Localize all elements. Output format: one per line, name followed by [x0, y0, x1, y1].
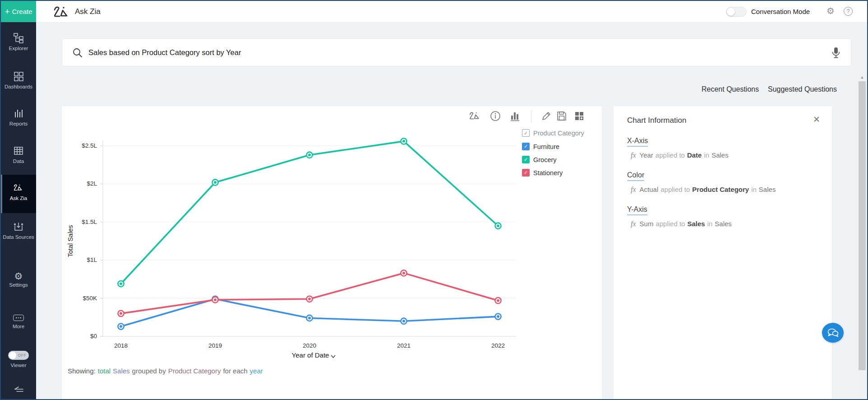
panel-section-heading[interactable]: Color: [627, 171, 644, 181]
conversation-mode-toggle[interactable]: [726, 7, 747, 17]
panel-section-heading[interactable]: Y-Axis: [627, 205, 647, 215]
sidebar-item-data-sources[interactable]: Data Sources: [1, 221, 36, 240]
scrollbar[interactable]: ▲: [858, 73, 866, 399]
search-query-text[interactable]: Sales based on Product Category sort by …: [88, 48, 241, 57]
x-tick-label: 2018: [106, 342, 135, 349]
sidebar-item-label: Viewer: [1, 362, 36, 368]
fx-part: Sales: [711, 151, 729, 159]
fx-part: in: [707, 220, 713, 228]
chart-information-panel: Chart Information ✕ X-AxisfxYearapplied …: [614, 106, 832, 400]
ask-zia-search-bar[interactable]: Sales based on Product Category sort by …: [62, 38, 851, 66]
grid-icon: [13, 71, 24, 82]
fx-part: Actual: [640, 186, 659, 193]
fx-icon: fx: [631, 151, 636, 159]
x-tick-label: 2020: [295, 342, 324, 349]
x-tick-label: 2021: [389, 342, 418, 349]
legend-item-label: Furniture: [533, 143, 559, 150]
x-axis-title[interactable]: Year of Date: [273, 351, 355, 359]
mic-icon[interactable]: [831, 47, 841, 59]
fx-part: Date: [687, 151, 702, 159]
sidebar-item-label: Settings: [1, 282, 36, 288]
sidebar-item-dashboards[interactable]: Dashboards: [1, 71, 36, 90]
legend-item-grocery[interactable]: ✓Grocery: [522, 156, 557, 163]
sidebar-item-label: Reports: [1, 121, 36, 127]
y-tick-label: $0: [69, 333, 97, 340]
sidebar-item-label: Explorer: [1, 45, 36, 51]
scroll-up-arrow-icon[interactable]: ▲: [858, 75, 866, 79]
sidebar-item-label: Ask Zia: [1, 195, 36, 201]
chat-bubble-button[interactable]: [822, 323, 844, 343]
sidebar: + Create Explorer Dashboards Reports: [1, 1, 36, 399]
checkbox-icon[interactable]: ✓: [522, 143, 530, 150]
viewer-toggle-state: OFF: [18, 353, 26, 358]
x-tick-label: 2022: [484, 342, 512, 349]
legend-item-stationery[interactable]: ✓Stationery: [522, 169, 563, 177]
data-source-icon: [13, 221, 24, 232]
legend-item-label: Grocery: [533, 156, 557, 163]
viewer-toggle[interactable]: OFF: [8, 351, 29, 360]
y-axis-title: Total Sales: [67, 216, 75, 266]
sidebar-item-explorer[interactable]: Explorer: [1, 33, 36, 51]
sidebar-item-label: Data: [1, 158, 36, 164]
close-icon[interactable]: ✕: [813, 114, 820, 125]
fx-part: applied to: [656, 151, 685, 159]
sidebar-item-data[interactable]: Data: [1, 145, 36, 164]
sidebar-item-settings[interactable]: ⚙ Settings: [1, 271, 36, 288]
legend-group-row[interactable]: ✓ Product Category: [522, 129, 584, 137]
fx-part: applied to: [660, 186, 690, 193]
x-tick-label: 2019: [201, 342, 230, 349]
showing-segment: grouped by: [132, 367, 166, 375]
fx-part: in: [704, 151, 709, 159]
sidebar-item-reports[interactable]: Reports: [1, 108, 36, 127]
fx-part: Sum: [640, 220, 654, 228]
chart-card: $0$50K$1L$1.5L$2L$2.5L 20182019202020212…: [62, 106, 602, 400]
chat-icon: [826, 327, 839, 338]
y-tick-label: $2L: [69, 180, 97, 187]
header: Ask Zia Conversation Mode ⚙ ?: [36, 1, 867, 23]
zia-logo-icon: [52, 5, 71, 19]
fx-expression: fxYearapplied toDateinSales: [631, 151, 818, 159]
legend-item-label: Stationery: [533, 169, 563, 177]
fx-part: Sales: [715, 220, 732, 228]
sidebar-item-ask-zia[interactable]: Ask Zia: [1, 175, 36, 213]
x-axis-title-label: Year of Date: [292, 351, 329, 359]
panel-title: Chart Information: [627, 116, 818, 125]
sidebar-item-label: More: [1, 323, 36, 330]
collapse-sidebar-button[interactable]: [1, 386, 36, 395]
y-tick-label: $2.5L: [69, 142, 97, 149]
content-area: Sales based on Product Category sort by …: [36, 23, 867, 399]
help-icon[interactable]: ?: [844, 7, 853, 16]
conversation-mode-label: Conversation Mode: [751, 8, 810, 15]
sidebar-item-label: Data Sources: [1, 234, 36, 240]
showing-segment: total: [98, 367, 111, 375]
fx-part: Sales: [687, 220, 705, 228]
fx-part: in: [751, 186, 757, 193]
sidebar-item-label: Dashboards: [1, 84, 36, 90]
app-window: + Create Explorer Dashboards Reports: [0, 0, 868, 400]
create-button[interactable]: + Create: [1, 1, 36, 22]
y-tick-label: $50K: [69, 295, 97, 302]
legend-item-furniture[interactable]: ✓Furniture: [522, 143, 559, 150]
scrollbar-thumb[interactable]: [859, 81, 866, 370]
tab-suggested-questions[interactable]: Suggested Questions: [768, 85, 837, 93]
settings-gear-icon[interactable]: ⚙: [826, 6, 835, 15]
checkbox-icon[interactable]: ✓: [522, 169, 530, 177]
sidebar-item-more[interactable]: More: [1, 312, 36, 330]
bars-icon: [13, 108, 24, 119]
tab-recent-questions[interactable]: Recent Questions: [702, 85, 759, 93]
search-icon: [72, 47, 83, 58]
ellipsis-icon: [13, 315, 24, 321]
gear-icon: ⚙: [1, 271, 36, 282]
showing-segment: Sales: [113, 367, 130, 375]
chevron-down-icon: [330, 354, 336, 358]
zia-icon: [13, 182, 24, 193]
panel-section-heading[interactable]: X-Axis: [627, 137, 648, 147]
checkbox-icon[interactable]: ✓: [522, 129, 530, 137]
page-title: Ask Zia: [75, 7, 101, 16]
table-icon: [13, 145, 24, 156]
fx-expression: fxSumapplied toSalesinSales: [631, 220, 818, 228]
showing-segment: year: [250, 367, 263, 375]
sidebar-item-viewer: OFF Viewer: [1, 351, 36, 368]
fx-part: Sales: [759, 186, 776, 193]
checkbox-icon[interactable]: ✓: [522, 156, 530, 163]
